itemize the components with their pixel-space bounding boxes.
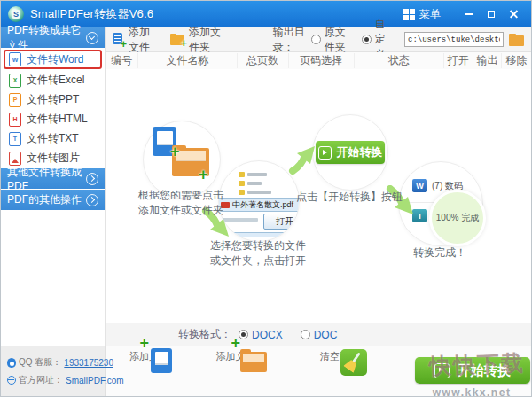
- sidebar-item-label: 文件转TXT: [27, 131, 79, 146]
- start-convert-button[interactable]: 开始转换: [415, 357, 530, 384]
- col-pages: 总页数: [238, 53, 289, 68]
- tutorial-step1-circle: + +: [143, 121, 221, 198]
- add-folder-icon: +: [170, 34, 184, 45]
- output-path-input[interactable]: [404, 32, 504, 47]
- section-label: PDF转换成其它文件: [7, 23, 86, 53]
- format-options-bar: 转换格式： DOCX DOC: [106, 323, 532, 346]
- watermark-url: www.kkx.net: [412, 386, 531, 397]
- step3-caption: 点击【开始转换】按钮: [278, 190, 420, 205]
- radio-doc[interactable]: DOC: [301, 329, 338, 341]
- footer: QQ 客服： 1933175230 官方网址： SmallPDF.com + 添…: [1, 346, 532, 397]
- footer-add-folder-button[interactable]: + 添加文件夹: [212, 348, 269, 363]
- footer-contact-panel: QQ 客服： 1933175230 官方网址： SmallPDF.com: [1, 346, 106, 397]
- chevron-right-icon: [86, 194, 98, 206]
- app-logo-letter: S: [12, 10, 20, 19]
- progress-bubble: 100% 完成: [429, 190, 486, 246]
- sidebar-item-to-html[interactable]: H 文件转HTML: [1, 110, 105, 128]
- window-controls: [458, 5, 524, 23]
- col-open: 打开: [444, 53, 473, 68]
- menu-grid-icon: [403, 9, 415, 20]
- output-dir-label: 输出目录：: [273, 25, 311, 55]
- html-file-icon: H: [9, 113, 21, 127]
- col-filename: 文件名称: [138, 53, 237, 68]
- sidebar-item-to-word[interactable]: W 文件转Word: [4, 50, 102, 69]
- file-table-header: 编号 文件名称 总页数 页码选择 状态 打开 输出 移除: [106, 52, 531, 70]
- sidebar-item-label: 文件转HTML: [27, 112, 88, 127]
- footer-add-file-button[interactable]: + 添加文件: [121, 348, 177, 363]
- minimize-icon: [465, 13, 473, 15]
- minimize-button[interactable]: [458, 5, 478, 23]
- sidebar-item-to-excel[interactable]: X 文件转Excel: [1, 71, 105, 90]
- sidebar-item-label: 文件转Word: [27, 52, 83, 67]
- ppt-file-icon: P: [9, 93, 21, 107]
- sidebar-item-label: 文件转PPT: [27, 92, 79, 107]
- play-icon: [318, 146, 332, 160]
- excel-file-icon: X: [9, 74, 21, 88]
- app-window: S SmallPDFer转换器V6.6 菜单 PDF转换成其它文件 W 文件转W…: [0, 0, 532, 397]
- add-folder-label: 添加文件夹: [189, 25, 222, 55]
- plus-icon: +: [199, 167, 208, 182]
- sidebar-section-pdf-other-ops[interactable]: PDF的其他操作: [1, 190, 105, 210]
- format-label: 转换格式：: [178, 327, 231, 342]
- menu-button[interactable]: 菜单: [400, 4, 444, 25]
- radio-icon: [311, 35, 321, 44]
- sidebar-item-to-txt[interactable]: T 文件转TXT: [1, 129, 105, 148]
- col-pagerange: 页码选择: [289, 53, 355, 68]
- qq-contact-row: QQ 客服： 1933175230: [1, 356, 105, 369]
- qq-icon: [7, 358, 16, 368]
- col-status: 状态: [355, 53, 444, 68]
- close-button[interactable]: [505, 5, 524, 23]
- app-logo-icon: S: [8, 6, 24, 22]
- tutorial-area: + + 根据您的需要点击添加文件或文件夹 中外著名散文.pdf 打开 选择您要转…: [106, 69, 532, 323]
- maximize-button[interactable]: [481, 5, 501, 23]
- radio-docx[interactable]: DOCX: [239, 329, 283, 341]
- col-output: 输出: [473, 53, 502, 68]
- website-icon: [7, 376, 16, 385]
- add-file-button[interactable]: + 添加文件: [113, 25, 154, 55]
- section-label: 其他文件转换成PDF: [7, 165, 86, 192]
- step4-caption: 转换完成！: [398, 245, 481, 261]
- plus-icon: +: [170, 144, 180, 159]
- radio-selected-icon: [362, 35, 372, 44]
- tutorial-step3-circle: 开始转换: [312, 114, 388, 191]
- start-convert-demo-button: 开始转换: [316, 141, 385, 164]
- sidebar-section-other-to-pdf[interactable]: 其他文件转换成PDF: [1, 168, 105, 189]
- window-title: SmallPDFer转换器V6.6: [30, 6, 153, 22]
- col-remove: 移除: [502, 53, 531, 68]
- txt-file-icon: T: [9, 132, 21, 146]
- menu-label: 菜单: [419, 7, 441, 22]
- play-icon: [434, 363, 450, 378]
- col-number: 编号: [106, 53, 138, 68]
- toolbar: + 添加文件 + 添加文件夹 输出目录： 原文件夹 自定义: [106, 27, 531, 52]
- image-file-icon: [9, 152, 21, 166]
- radio-icon: [301, 330, 310, 339]
- website-label: 官方网址：: [19, 374, 63, 386]
- website-row: 官方网址： SmallPDF.com: [1, 374, 105, 386]
- open-button: 打开: [263, 214, 300, 230]
- word-file-icon: W: [9, 52, 21, 66]
- browse-folder-button[interactable]: [509, 34, 524, 46]
- qq-number-link[interactable]: 1933175230: [64, 358, 113, 368]
- step2-caption: 选择您要转换的文件或文件夹，点击打开: [196, 238, 320, 269]
- website-link[interactable]: SmallPDF.com: [66, 376, 124, 385]
- footer-clear-list-button[interactable]: 清空列表: [311, 348, 368, 363]
- sidebar: PDF转换成其它文件 W 文件转Word X 文件转Excel P 文件转PPT…: [1, 27, 106, 396]
- section-label: PDF的其他操作: [7, 192, 82, 207]
- step1-caption: 根据您的需要点击添加文件或文件夹: [128, 188, 234, 218]
- qq-label: QQ 客服：: [19, 356, 61, 369]
- radio-original-folder[interactable]: 原文件夹: [311, 25, 351, 55]
- add-folder-button[interactable]: + 添加文件夹: [170, 25, 222, 55]
- sidebar-item-to-ppt[interactable]: P 文件转PPT: [1, 90, 105, 109]
- chevron-right-icon: [86, 173, 98, 185]
- add-file-label: 添加文件: [129, 25, 154, 55]
- sidebar-item-label: 文件转Excel: [27, 73, 84, 88]
- add-file-icon: +: [113, 33, 124, 46]
- maximize-icon: [488, 11, 495, 18]
- sidebar-section-pdf-to-other[interactable]: PDF转换成其它文件: [1, 27, 105, 48]
- chevron-down-icon: [86, 32, 98, 44]
- arrow-up-right-icon: [287, 144, 319, 175]
- sidebar-item-label: 文件转图片: [27, 151, 80, 166]
